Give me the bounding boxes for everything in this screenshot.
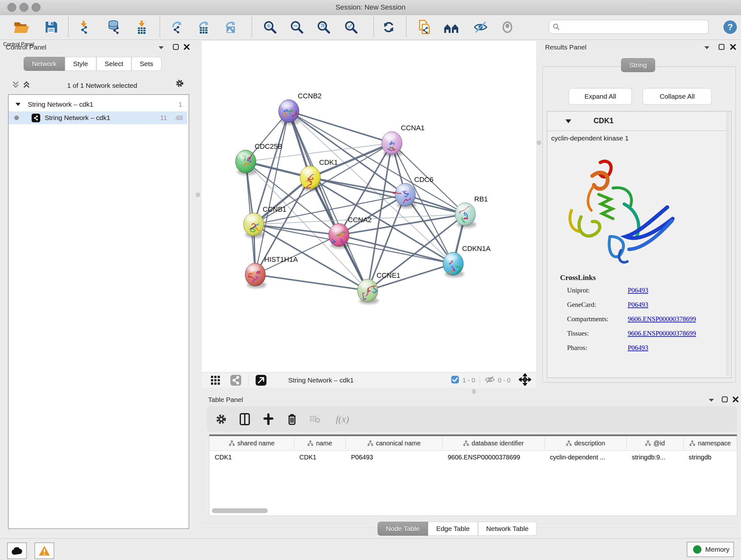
edge-CCNB1-CCNA2[interactable] — [254, 225, 339, 235]
column-header-name[interactable]: name — [294, 436, 346, 450]
column-header-database-identifier[interactable]: database identifier — [442, 436, 544, 450]
birdseye-navigator-icon[interactable] — [519, 374, 531, 387]
network-tree-child-row[interactable]: String Network – cdk1 11 48 — [9, 111, 187, 124]
right-splitter-handle[interactable] — [537, 140, 541, 145]
help-button[interactable]: ? — [721, 17, 740, 37]
delete-column-icon[interactable] — [284, 411, 300, 427]
results-panel-close-icon[interactable] — [729, 43, 737, 51]
add-column-icon[interactable] — [260, 411, 276, 427]
horizontal-splitter-handle[interactable] — [472, 389, 476, 394]
network-style-icon[interactable] — [228, 372, 244, 388]
expand-all-tree-icon[interactable] — [22, 80, 30, 89]
export-image-icon[interactable] — [221, 17, 241, 37]
crosslink-value[interactable]: P06493 — [628, 287, 648, 294]
column-header-description[interactable]: description — [544, 436, 626, 450]
node-CDKN1A[interactable]: CDKN1A — [443, 245, 491, 277]
window-title: Session: New Session — [0, 3, 741, 11]
node-highlight — [359, 281, 372, 288]
tab-sets[interactable]: Sets — [131, 57, 161, 71]
column-header-canonical-name[interactable]: canonical name — [346, 436, 442, 450]
crosslink-value[interactable]: P06493 — [628, 301, 648, 309]
hide-selection-icon[interactable] — [471, 17, 490, 37]
warning-button[interactable] — [35, 543, 54, 559]
export-network-icon[interactable] — [168, 17, 187, 37]
export-table-icon[interactable] — [195, 17, 214, 37]
new-network-from-selection-icon[interactable] — [415, 17, 434, 37]
zoom-selected-icon[interactable] — [341, 17, 360, 37]
tab-network-table[interactable]: Network Table — [478, 522, 537, 536]
import-table-file-icon[interactable] — [132, 17, 151, 37]
grid-mode-icon[interactable] — [207, 372, 223, 388]
crosslink-value[interactable]: P06493 — [628, 344, 648, 352]
control-panel-float-icon[interactable] — [172, 43, 180, 51]
table-panel-close-icon[interactable] — [731, 395, 740, 403]
table-panel-float-icon[interactable] — [721, 395, 729, 403]
node-CCNE1[interactable]: CCNE1 — [357, 271, 401, 304]
network-selection-status: 1 of 1 Network selected — [38, 82, 166, 89]
zoom-in-icon[interactable] — [260, 17, 280, 37]
table-cell[interactable]: cyclin-dependent ... — [544, 450, 626, 464]
column-header-shared-name[interactable]: shared name — [209, 436, 294, 450]
search-field[interactable] — [562, 23, 704, 31]
search-input[interactable] — [549, 20, 709, 34]
table-cell[interactable]: CDK1 — [209, 450, 294, 464]
save-session-icon[interactable] — [42, 17, 61, 37]
node-HIST1H1A[interactable]: HIST1H1A — [245, 255, 298, 288]
node-RB1[interactable]: RB1 — [455, 195, 488, 228]
show-all-icon[interactable] — [498, 17, 517, 37]
table-cell[interactable]: 9606.ENSP00000378699 — [442, 450, 544, 464]
collapse-all-button[interactable]: Collapse All — [643, 88, 712, 105]
expand-all-button[interactable]: Expand All — [569, 88, 632, 105]
string-node-card-header[interactable]: CDK1 — [547, 111, 731, 131]
zoom-out-icon[interactable] — [287, 17, 307, 37]
memory-button[interactable]: Memory — [687, 542, 734, 557]
network-tree-root-row[interactable]: String Network – cdk1 1 — [9, 98, 187, 111]
crosslink-label: Uniprot: — [567, 287, 628, 294]
tab-network[interactable]: Network — [23, 57, 65, 71]
control-panel-close-icon[interactable] — [183, 43, 191, 51]
table-horizontal-scrollbar[interactable] — [212, 508, 268, 513]
network-panel-gear-icon[interactable] — [176, 79, 184, 87]
table-cell[interactable]: P06493 — [346, 450, 442, 464]
results-panel-float-icon[interactable] — [718, 43, 726, 51]
edge-CDK1-CCNB1[interactable] — [254, 178, 310, 225]
edge-CCNA2-HIST1H1A[interactable] — [255, 235, 339, 274]
show-columns-icon[interactable] — [237, 411, 253, 427]
column-header-@id[interactable]: @id — [626, 436, 683, 450]
left-splitter-handle[interactable] — [196, 192, 200, 197]
collapse-all-tree-icon[interactable] — [11, 80, 20, 89]
edge-HIST1H1A-CCNE1[interactable] — [255, 274, 367, 291]
selected-checkbox-icon[interactable] — [451, 375, 459, 385]
table-cell[interactable]: stringdb:9... — [626, 450, 683, 464]
table-panel-menu-icon[interactable] — [707, 396, 716, 404]
network-canvas[interactable]: CCNB2CCNA1CDC25BCDK1CDC6RB1CCNB1CCNA2CDK… — [202, 41, 536, 372]
first-neighbors-icon[interactable] — [442, 17, 461, 37]
table-cell[interactable]: CDK1 — [294, 450, 346, 464]
import-network-database-icon[interactable] — [104, 17, 123, 37]
edge-CCNB2-RB1[interactable] — [289, 111, 465, 214]
cloud-button[interactable] — [7, 543, 27, 559]
crosslink-value[interactable]: 9606.ENSP00000378699 — [628, 329, 696, 337]
edge-CCNB2-CCNE1[interactable] — [289, 111, 367, 291]
edge-CCNB2-CCNA1[interactable] — [289, 111, 392, 143]
results-scrollbar[interactable] — [726, 112, 730, 376]
results-panel-menu-icon[interactable] — [703, 44, 711, 52]
import-network-file-icon[interactable] — [74, 17, 93, 37]
column-header-namespace[interactable]: namespace — [683, 436, 737, 450]
tab-node-table[interactable]: Node Table — [378, 522, 428, 536]
refresh-layout-icon[interactable] — [379, 17, 398, 37]
open-in-window-icon[interactable] — [253, 372, 269, 388]
crosslink-value[interactable]: 9606.ENSP00000378699 — [628, 315, 696, 323]
tab-select[interactable]: Select — [96, 57, 131, 71]
tab-edge-table[interactable]: Edge Table — [428, 522, 478, 536]
table-cell[interactable]: stringdb — [683, 450, 737, 464]
zoom-fit-icon[interactable] — [314, 17, 333, 37]
edge-CCNB2-HIST1H1A[interactable] — [255, 111, 289, 274]
open-session-icon[interactable] — [12, 17, 31, 37]
node-CDC25B[interactable]: CDC25B — [235, 142, 282, 175]
tab-string[interactable]: String — [621, 58, 655, 72]
node-CCNA1[interactable]: CCNA1 — [382, 124, 425, 157]
table-gear-icon[interactable] — [213, 411, 229, 427]
tab-style[interactable]: Style — [65, 57, 96, 71]
control-panel-menu-icon[interactable] — [157, 44, 165, 52]
